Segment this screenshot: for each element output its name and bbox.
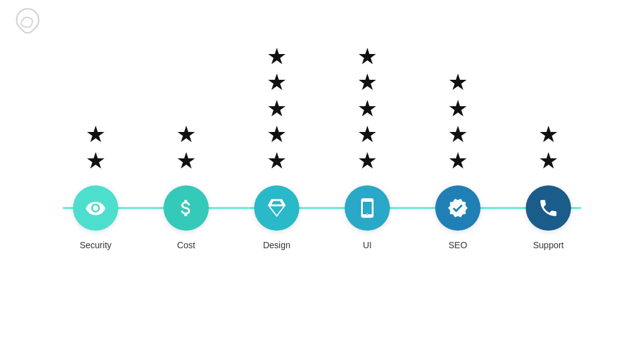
- star-design-2: ★: [267, 96, 287, 121]
- timeline-item-cost: [141, 185, 231, 231]
- star-ui-4: ★: [357, 148, 377, 173]
- squarespace-logo-icon: [13, 6, 43, 36]
- star-seo-1: ★: [448, 96, 468, 121]
- star-seo-3: ★: [448, 148, 468, 173]
- circle-seo: [435, 185, 480, 231]
- chart-col-security: ★★: [50, 29, 141, 173]
- star-support-1: ★: [538, 148, 558, 173]
- star-ui-3: ★: [357, 121, 377, 147]
- chart-col-cost: ★★: [141, 29, 231, 173]
- star-cost-0: ★: [176, 121, 196, 147]
- star-seo-0: ★: [448, 69, 468, 95]
- circle-support: [526, 185, 571, 231]
- star-ui-2: ★: [357, 96, 377, 121]
- chart-col-support: ★★: [503, 29, 594, 173]
- timeline-row: [0, 180, 644, 236]
- circle-design: [254, 185, 299, 231]
- star-seo-2: ★: [448, 121, 468, 147]
- logo-area: [13, 6, 48, 36]
- label-cost: Cost: [141, 240, 231, 250]
- timeline-item-seo: [413, 185, 503, 231]
- label-seo: SEO: [413, 240, 503, 250]
- main-container: ★★★★★★★★★★★★★★★★★★★★ SecurityCostDesignU…: [0, 0, 644, 362]
- circle-cost: [164, 185, 209, 231]
- chart-col-seo: ★★★★: [413, 29, 503, 173]
- circle-ui: [345, 185, 390, 231]
- timeline-item-support: [503, 185, 594, 231]
- chart-col-ui: ★★★★★: [322, 29, 413, 173]
- label-ui: UI: [322, 240, 413, 250]
- star-design-3: ★: [267, 121, 287, 147]
- star-design-4: ★: [267, 148, 287, 173]
- star-security-1: ★: [86, 148, 106, 173]
- timeline-item-ui: [322, 185, 413, 231]
- chart-col-design: ★★★★★: [231, 29, 322, 173]
- star-ui-0: ★: [357, 43, 377, 69]
- label-support: Support: [503, 240, 594, 250]
- chart-area: ★★★★★★★★★★★★★★★★★★★★: [0, 29, 644, 173]
- labels-row: SecurityCostDesignUISEOSupport: [0, 240, 644, 250]
- star-ui-1: ★: [357, 69, 377, 95]
- star-design-1: ★: [267, 69, 287, 95]
- label-design: Design: [231, 240, 322, 250]
- star-support-0: ★: [538, 121, 558, 147]
- timeline-item-design: [231, 185, 322, 231]
- timeline-item-security: [50, 185, 141, 231]
- label-security: Security: [50, 240, 141, 250]
- circle-security: [73, 185, 118, 231]
- star-design-0: ★: [267, 43, 287, 69]
- star-cost-1: ★: [176, 148, 196, 173]
- star-security-0: ★: [86, 121, 106, 147]
